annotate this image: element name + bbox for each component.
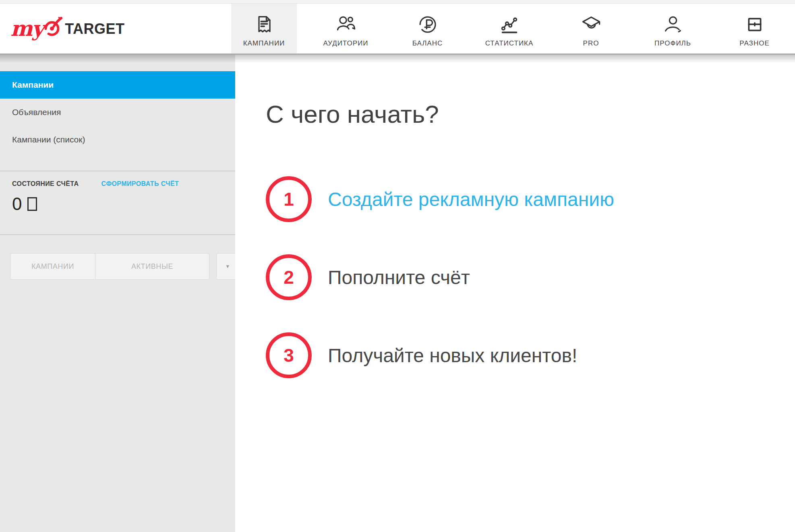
step-number: 1 xyxy=(284,188,294,210)
nav-label: СТАТИСТИКА xyxy=(485,39,534,47)
divider xyxy=(0,171,235,171)
nav-label: ПРОФИЛЬ xyxy=(654,39,691,47)
account-state-label: СОСТОЯНИЕ СЧЁТА xyxy=(12,180,79,188)
sidebar-item-ads[interactable]: Объявления xyxy=(0,99,235,126)
page-title: С чего начать? xyxy=(266,101,795,128)
main-panel: С чего начать? 1 Создайте рекламную камп… xyxy=(235,62,795,532)
logo-my-script: my xyxy=(10,18,43,39)
step-top-up: 2 Пополните счёт xyxy=(266,254,795,300)
nav-label: РАЗНОЕ xyxy=(739,39,769,47)
nav-item-profile[interactable]: ПРОФИЛЬ xyxy=(640,4,706,54)
main-area: С чего начать? 1 Создайте рекламную камп… xyxy=(235,55,795,532)
filter-active-button[interactable]: АКТИВНЫЕ xyxy=(95,253,209,280)
nav-label: АУДИТОРИИ xyxy=(323,39,369,47)
step-get-clients: 3 Получайте новых клиентов! xyxy=(266,332,795,378)
body: Кампании Объявления Кампании (список) СО… xyxy=(0,55,795,532)
nav-item-misc[interactable]: РАЗНОЕ xyxy=(722,4,787,54)
create-campaign-link[interactable]: Создайте рекламную кампанию xyxy=(328,188,614,210)
sidebar-item-campaigns-list[interactable]: Кампании (список) xyxy=(0,126,235,153)
document-icon xyxy=(254,13,275,36)
filter-campaigns-button[interactable]: КАМПАНИИ xyxy=(10,253,95,280)
top-strip xyxy=(0,0,795,4)
target-dart-icon xyxy=(41,16,63,38)
sidebar-menu: Кампании Объявления Кампании (список) xyxy=(0,71,235,153)
header: my TARGET КАМПАНИИ xyxy=(0,4,795,55)
chevron-down-icon: ▼ xyxy=(225,264,230,269)
nav-label: БАЛАНС xyxy=(412,39,443,47)
campaign-filters: КАМПАНИИ АКТИВНЫЕ ▼ xyxy=(10,253,239,280)
balance-value: 0 xyxy=(12,194,22,214)
step-number-badge: 1 xyxy=(266,176,312,222)
nav-item-statistics[interactable]: СТАТИСТИКА xyxy=(476,4,542,54)
nav-item-pro[interactable]: PRO xyxy=(558,4,624,54)
account-balance: 0 xyxy=(12,194,227,214)
nav-item-balance[interactable]: БАЛАНС xyxy=(395,4,460,54)
briefcase-icon xyxy=(744,13,765,36)
step-top-up-text: Пополните счёт xyxy=(328,266,470,289)
account-section: СОСТОЯНИЕ СЧЁТА СФОРМИРОВАТЬ СЧЁТ 0 xyxy=(12,180,227,214)
step-number-badge: 3 xyxy=(266,332,312,378)
step-number: 2 xyxy=(284,266,294,288)
step-create-campaign: 1 Создайте рекламную кампанию xyxy=(266,176,795,222)
step-number-badge: 2 xyxy=(266,254,312,300)
divider xyxy=(0,234,235,235)
line-chart-icon xyxy=(499,13,520,36)
logo-target-text: TARGET xyxy=(65,21,124,37)
nav-item-audiences[interactable]: АУДИТОРИИ xyxy=(313,4,379,54)
nav-item-campaigns[interactable]: КАМПАНИИ xyxy=(231,4,297,54)
graduation-cap-icon xyxy=(581,13,602,36)
currency-missing-glyph-icon xyxy=(27,197,37,211)
mytarget-logo[interactable]: my TARGET xyxy=(10,16,125,41)
sidebar: Кампании Объявления Кампании (список) СО… xyxy=(0,55,235,532)
person-icon xyxy=(662,13,683,36)
generate-invoice-link[interactable]: СФОРМИРОВАТЬ СЧЁТ xyxy=(101,180,179,188)
nav-label: PRO xyxy=(583,39,599,47)
ruble-circle-icon xyxy=(417,13,438,36)
mytarget-app: my TARGET КАМПАНИИ xyxy=(0,0,795,532)
sidebar-item-campaigns[interactable]: Кампании xyxy=(0,71,235,99)
top-nav: КАМПАНИИ АУДИТОРИИ xyxy=(231,4,787,54)
step-get-clients-text: Получайте новых клиентов! xyxy=(328,344,577,367)
nav-label: КАМПАНИИ xyxy=(243,39,285,47)
users-icon xyxy=(335,13,356,36)
step-number: 3 xyxy=(284,344,294,366)
